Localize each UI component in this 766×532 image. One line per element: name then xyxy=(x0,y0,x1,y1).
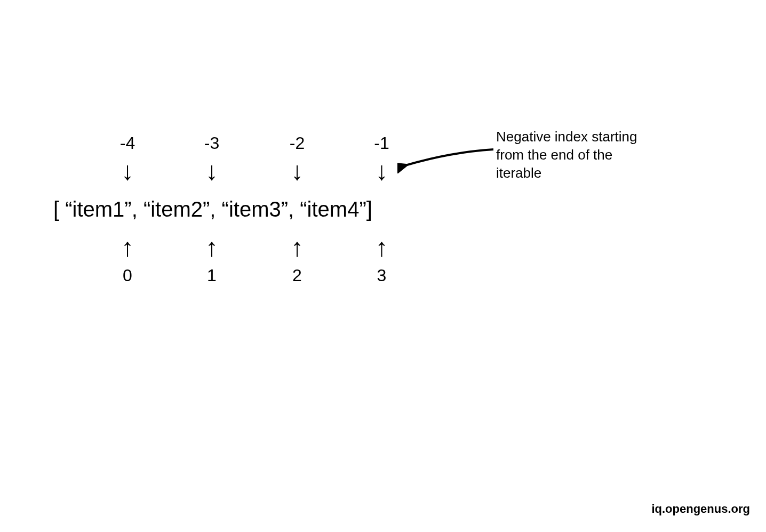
callout-annotation: Negative index starting from the end of … xyxy=(496,128,656,182)
callout-line: iterable xyxy=(496,164,656,182)
up-arrow-icon: ↑ xyxy=(254,235,340,260)
up-arrow-icon: ↑ xyxy=(170,235,254,260)
positive-index-label: 2 xyxy=(254,266,340,285)
positive-index-label: 3 xyxy=(340,266,423,285)
negative-index-label: -3 xyxy=(170,133,254,153)
list-literal: [ “item1”, “item2”, “item3”, “item4”] xyxy=(53,197,427,221)
negative-index-label: -2 xyxy=(254,133,340,153)
up-arrow-icon: ↑ xyxy=(85,235,170,260)
down-arrow-icon: ↓ xyxy=(170,158,254,184)
indexing-diagram: -4 -3 -2 -1 ↓ ↓ ↓ ↓ [ “item1”, “item2”, … xyxy=(53,133,427,285)
negative-index-row: -4 -3 -2 -1 xyxy=(85,133,427,153)
up-arrow-row: ↑ ↑ ↑ ↑ xyxy=(85,235,427,260)
callout-arrow-icon xyxy=(397,147,496,173)
callout-line: from the end of the xyxy=(496,146,656,164)
down-arrow-icon: ↓ xyxy=(85,158,170,184)
up-arrow-icon: ↑ xyxy=(340,235,423,260)
callout-line: Negative index starting xyxy=(496,128,656,146)
positive-index-label: 1 xyxy=(170,266,254,285)
down-arrow-row: ↓ ↓ ↓ ↓ xyxy=(85,158,427,184)
down-arrow-icon: ↓ xyxy=(254,158,340,184)
positive-index-label: 0 xyxy=(85,266,170,285)
watermark-text: iq.opengenus.org xyxy=(651,502,750,516)
positive-index-row: 0 1 2 3 xyxy=(85,266,427,285)
negative-index-label: -4 xyxy=(85,133,170,153)
